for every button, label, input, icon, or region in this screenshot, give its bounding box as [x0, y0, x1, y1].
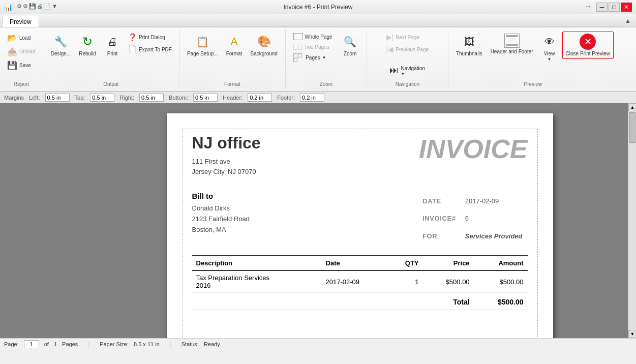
left-margin-input[interactable] — [45, 94, 70, 102]
page-label: Page: — [4, 341, 19, 347]
next-page-button[interactable]: ▶| Next Page — [383, 32, 432, 43]
header-footer-button[interactable]: Header and Footer — [487, 32, 537, 57]
company-address: 111 First ave Jersey City, NJ 07070 — [192, 157, 261, 176]
navigation-button[interactable]: ⏭ Navigation ▼ — [383, 61, 429, 80]
vertical-scrollbar: ▲ ▼ — [628, 103, 636, 338]
total-value: $500.00 — [474, 293, 528, 310]
margins-label: Margins — [4, 95, 24, 101]
two-pages-button[interactable]: Two Pages — [290, 42, 335, 51]
ribbon-group-report: 📂 Load 📤 Unload 💾 Save Report — [0, 29, 43, 89]
pages-label: Pages — [62, 341, 78, 347]
report-group-label: Report — [14, 81, 29, 87]
scroll-down-button[interactable]: ▼ — [628, 330, 636, 338]
main-area: NJ office 111 First ave Jersey City, NJ … — [0, 103, 636, 338]
close-print-preview-button[interactable]: ✕ Close Print Preview — [562, 32, 614, 59]
right-margin-input[interactable] — [139, 94, 164, 102]
print-button[interactable]: 🖨 Print — [101, 32, 124, 59]
for-value: Services Provided — [461, 228, 527, 244]
format-group-label: Format — [224, 81, 240, 87]
for-label: FOR — [418, 228, 460, 244]
paper-size-value: 8.5 x 11 in — [134, 341, 160, 347]
thumbnails-button[interactable]: 🖼 Thumbnails — [452, 32, 486, 59]
ribbon-group-preview: 🖼 Thumbnails Header and Footer 👁 View ▼ … — [448, 29, 618, 89]
view-button[interactable]: 👁 View ▼ — [538, 32, 561, 64]
right-margin-label: Right: — [119, 95, 134, 101]
bottom-margin-input[interactable] — [193, 94, 218, 102]
invoice-num-value: 6 — [461, 210, 527, 226]
invoice-meta-section: Bill to Donald Dirks 2123 Fairfield Road… — [192, 192, 528, 245]
left-panel — [0, 103, 92, 338]
of-label: of — [44, 341, 49, 347]
header-margin-label: Header: — [223, 95, 243, 101]
rebuild-button[interactable]: ↻ Rebuild — [75, 32, 100, 59]
format-button[interactable]: A Format — [223, 32, 246, 59]
page-total: 1 — [54, 341, 57, 347]
page-setup-button[interactable]: 📋 Page Setup... — [184, 32, 222, 59]
invoice-num-label: INVOICE# — [418, 210, 460, 226]
title-bar-left: 📊 ⚙ ⚙ 💾 🖨 📄 ▼ — [4, 3, 57, 11]
background-button[interactable]: 🎨 Background — [247, 32, 281, 59]
item-qty: 1 — [388, 270, 423, 293]
preview-group-label: Preview — [524, 81, 542, 87]
window-buttons: ↔ ─ □ ✕ — [585, 3, 632, 12]
total-row: Total $500.00 — [192, 293, 528, 310]
window-close-button[interactable]: ✕ — [621, 3, 632, 12]
item-date: 2017-02-09 — [322, 270, 388, 293]
export-pdf-button[interactable]: 📄 Export To PDF — [125, 44, 175, 55]
paper-size-label: Paper Size: — [100, 341, 129, 347]
scroll-up-button[interactable]: ▲ — [628, 103, 636, 111]
tab-bar: Preview ▲ — [0, 14, 636, 27]
footer-margin-input[interactable] — [300, 94, 324, 102]
left-margin-label: Left: — [29, 95, 40, 101]
window-title: Invoice #6 - Print Preview — [283, 4, 352, 11]
unload-button[interactable]: 📤 Unload — [4, 45, 39, 58]
scrollbar-track[interactable] — [628, 111, 636, 330]
item-price: $500.00 — [423, 270, 474, 293]
print-dialog-button[interactable]: ❓ Print Dialog — [125, 32, 175, 43]
ribbon-collapse-btn[interactable]: ▲ — [622, 16, 634, 25]
load-button[interactable]: 📂 Load — [4, 32, 39, 44]
table-row: Tax Preparation Services 2016 2017-02-09… — [192, 270, 528, 293]
top-margin-input[interactable] — [90, 94, 114, 102]
ribbon: 📂 Load 📤 Unload 💾 Save Report 🔧 Design..… — [0, 27, 636, 92]
save-button[interactable]: 💾 Save — [4, 59, 39, 72]
header-margin-input[interactable] — [248, 94, 272, 102]
app-icon: 📊 — [4, 3, 13, 11]
client-info: Donald Dirks 2123 Fairfield Road Boston,… — [192, 203, 250, 235]
bottom-margin-label: Bottom: — [169, 95, 188, 101]
date-value: 2017-02-09 — [461, 193, 527, 209]
line-items-table: Description Date QTY Price Amount Tax Pr… — [192, 255, 528, 310]
company-info: NJ office 111 First ave Jersey City, NJ … — [192, 134, 261, 176]
status-label: Status: — [181, 341, 199, 347]
scrollbar-thumb[interactable] — [629, 112, 635, 143]
design-button[interactable]: 🔧 Design... — [47, 32, 74, 59]
status-value: Ready — [204, 341, 220, 347]
tab-preview[interactable]: Preview — [2, 16, 39, 27]
ribbon-group-navigation: ▶| Next Page |◀ Previous Page ⏭ Navigati… — [367, 29, 448, 89]
page-container[interactable]: NJ office 111 First ave Jersey City, NJ … — [92, 103, 628, 338]
ribbon-group-output: 🔧 Design... ↻ Rebuild 🖨 Print ❓ Print Di… — [43, 29, 179, 89]
status-bar: Page: of 1 Pages | Paper Size: 8.5 x 11 … — [0, 338, 636, 349]
ribbon-group-format: 📋 Page Setup... A Format 🎨 Background Fo… — [179, 29, 286, 89]
bill-to-label: Bill to — [192, 192, 250, 200]
invoice-title-text: INVOICE — [419, 134, 528, 164]
zoom-button[interactable]: 🔍 Zoom — [339, 32, 362, 59]
invoice-header: NJ office 111 First ave Jersey City, NJ … — [192, 134, 528, 176]
minimize-button[interactable]: ─ — [596, 3, 608, 12]
ribbon-group-zoom: Whole Page Two Pages Pages ▼ 🔍 Zoom Zoom — [286, 29, 367, 89]
col-date: Date — [322, 256, 388, 270]
col-qty: QTY — [388, 256, 423, 270]
title-bar: 📊 ⚙ ⚙ 💾 🖨 📄 ▼ Invoice #6 - Print Preview… — [0, 0, 636, 14]
window-controls-left: ⚙ ⚙ 💾 🖨 📄 ▼ — [17, 3, 57, 11]
date-label: DATE — [418, 193, 460, 209]
company-name: NJ office — [192, 134, 261, 153]
top-margin-label: Top: — [75, 95, 85, 101]
bill-to-section: Bill to Donald Dirks 2123 Fairfield Road… — [192, 192, 250, 235]
pages-button[interactable]: Pages ▼ — [290, 52, 335, 64]
col-description: Description — [192, 256, 322, 270]
maximize-button[interactable]: □ — [609, 3, 620, 12]
previous-page-button[interactable]: |◀ Previous Page — [383, 44, 432, 55]
whole-page-button[interactable]: Whole Page — [290, 32, 335, 42]
page-current-input[interactable] — [24, 340, 39, 348]
arrows-icon: ↔ — [585, 3, 591, 12]
